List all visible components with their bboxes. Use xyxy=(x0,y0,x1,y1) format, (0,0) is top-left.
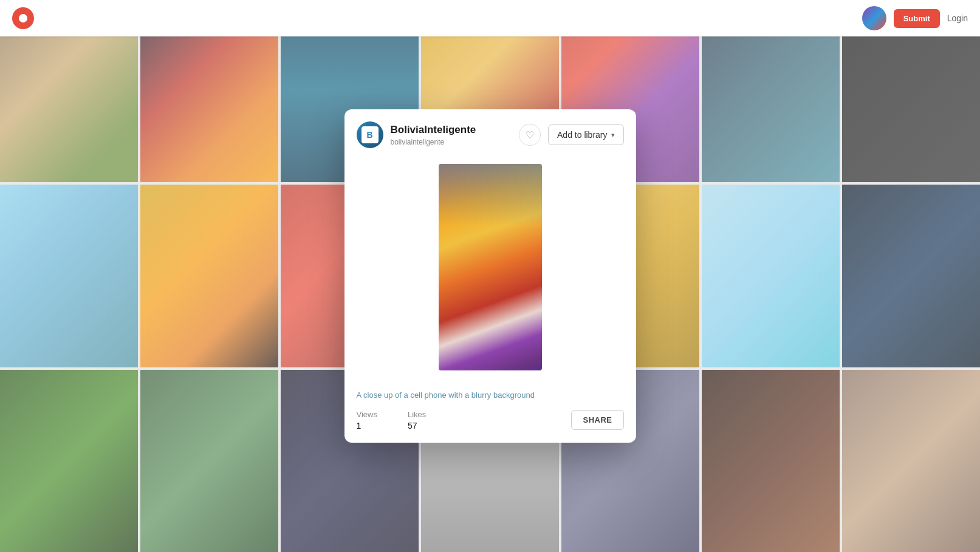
modal-footer: A close up of a cell phone with a blurry… xyxy=(344,383,636,442)
modal-header: B BoliviaInteligente boliviainteligente … xyxy=(344,109,636,158)
channel-info: BoliviaInteligente boliviainteligente xyxy=(391,124,512,146)
views-value: 1 xyxy=(357,421,377,431)
channel-avatar[interactable]: B xyxy=(357,121,383,148)
share-button[interactable]: SHARE xyxy=(571,410,623,430)
wallpaper-gradient xyxy=(439,164,542,370)
modal-card: B BoliviaInteligente boliviainteligente … xyxy=(344,109,636,442)
channel-name: BoliviaInteligente xyxy=(391,124,512,136)
channel-avatar-inner: B xyxy=(362,126,379,143)
stats-row: Views 1 Likes 57 SHARE xyxy=(357,410,624,431)
likes-stat: Likes 57 xyxy=(408,410,426,431)
likes-label: Likes xyxy=(408,410,426,419)
image-caption: A close up of a cell phone with a blurry… xyxy=(357,390,624,401)
views-label: Views xyxy=(357,410,377,419)
modal-overlay: B BoliviaInteligente boliviainteligente … xyxy=(0,0,980,552)
chevron-down-icon: ▾ xyxy=(611,131,615,139)
channel-avatar-letter: B xyxy=(366,130,372,140)
wallpaper-preview xyxy=(439,164,542,370)
channel-handle: boliviainteligente xyxy=(391,138,512,146)
heart-button[interactable]: ♡ xyxy=(519,124,541,146)
stats-group: Views 1 Likes 57 xyxy=(357,410,427,431)
views-stat: Views 1 xyxy=(357,410,377,431)
add-to-library-button[interactable]: Add to library ▾ xyxy=(548,124,623,145)
likes-value: 57 xyxy=(408,421,426,431)
modal-image-area xyxy=(344,158,636,383)
heart-icon: ♡ xyxy=(526,129,534,141)
add-library-label: Add to library xyxy=(557,130,607,140)
